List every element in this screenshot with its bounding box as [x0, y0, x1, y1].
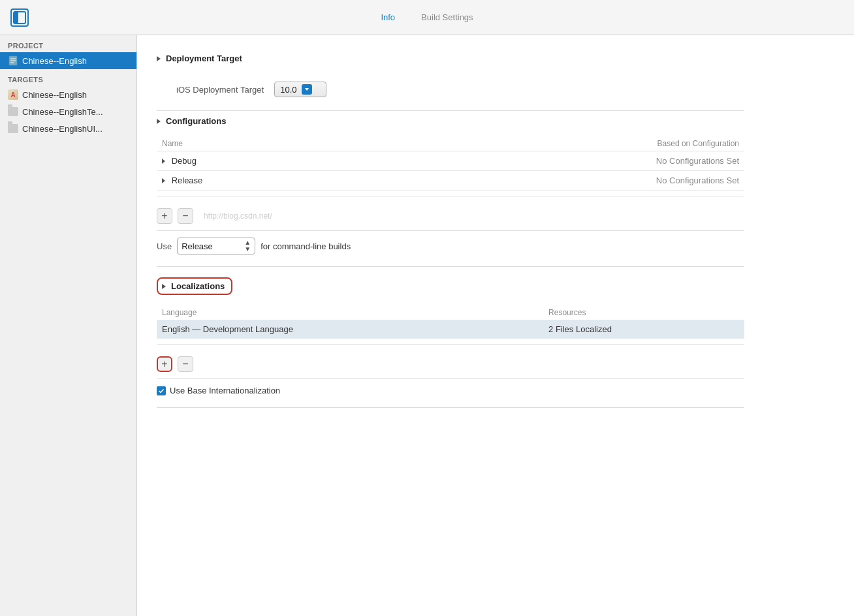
configurations-header: Configurations: [157, 116, 744, 126]
target-ui-label: Chinese--EnglishUI...: [22, 124, 103, 134]
sidebar-item-target-app[interactable]: A Chinese--English: [0, 86, 136, 103]
target-app-label: Chinese--English: [22, 90, 87, 100]
svg-rect-1: [14, 12, 18, 23]
collapse-triangle-configurations[interactable]: [157, 119, 161, 124]
row-expand-triangle: [162, 178, 165, 183]
sidebar-item-project[interactable]: Chinese--English: [0, 52, 136, 69]
base-internationalization-label: Use Base Internationalization: [170, 386, 280, 395]
loc-col-language: Language: [157, 305, 543, 320]
config-col-name: Name: [157, 136, 364, 151]
ios-deployment-select[interactable]: 10.0: [274, 82, 326, 97]
config-col-based-on: Based on Configuration: [364, 136, 744, 151]
sidebar-toggle-button[interactable]: [10, 8, 29, 27]
localizations-title: Localizations: [171, 281, 225, 291]
config-debug-name: Debug: [157, 151, 364, 171]
use-label: Use: [157, 241, 172, 251]
main-layout: PROJECT Chinese--English TARGETS A Chine…: [0, 35, 854, 616]
deployment-target-header: Deployment Target: [157, 54, 744, 63]
collapse-triangle-localizations[interactable]: [162, 284, 166, 289]
config-release-name: Release: [157, 171, 364, 191]
loc-remove-button[interactable]: −: [178, 356, 193, 372]
sidebar: PROJECT Chinese--English TARGETS A Chine…: [0, 35, 137, 616]
table-row[interactable]: Debug No Configurations Set: [157, 151, 744, 171]
toolbar: Info Build Settings: [0, 0, 854, 35]
tab-build-settings[interactable]: Build Settings: [421, 10, 473, 25]
tab-info[interactable]: Info: [381, 10, 395, 25]
divider-5: [157, 407, 744, 408]
base-internationalization-row: Use Base Internationalization: [157, 379, 744, 402]
config-debug-based-on: No Configurations Set: [364, 151, 744, 171]
config-release-based-on: No Configurations Set: [364, 171, 744, 191]
localizations-table: Language Resources English — Development…: [157, 305, 744, 339]
localizations-header: Localizations: [157, 277, 232, 295]
targets-section-label: TARGETS: [0, 69, 136, 86]
loc-add-button[interactable]: +: [157, 356, 172, 372]
for-builds-label: for command-line builds: [261, 241, 351, 251]
configurations-table: Name Based on Configuration Debug No Con…: [157, 136, 744, 191]
config-remove-button[interactable]: −: [178, 208, 193, 224]
sidebar-project-label: Chinese--English: [22, 56, 87, 66]
loc-english-resources: 2 Files Localized: [543, 320, 744, 339]
test-target-icon: [8, 106, 18, 117]
svg-marker-6: [305, 88, 309, 91]
divider-3: [157, 266, 744, 267]
deployment-target-row: iOS Deployment Target 10.0: [157, 74, 744, 105]
loc-english-language: English — Development Language: [157, 320, 543, 339]
project-icon: [8, 55, 18, 66]
use-release-row: Use Release ▲ ▼ for command-line builds: [157, 231, 744, 261]
divider-2: [157, 196, 744, 196]
tab-bar: Info Build Settings: [381, 10, 473, 25]
ui-target-icon: [8, 123, 18, 134]
table-row[interactable]: English — Development Language 2 Files L…: [157, 320, 744, 339]
content-area: Deployment Target iOS Deployment Target …: [137, 35, 854, 616]
ios-deployment-label: iOS Deployment Target: [176, 85, 264, 95]
ios-deployment-value: 10.0: [280, 85, 296, 95]
divider-4: [157, 344, 744, 345]
collapse-triangle-deployment[interactable]: [157, 56, 161, 61]
use-release-value: Release: [182, 241, 242, 251]
project-section-label: PROJECT: [0, 35, 136, 52]
sidebar-item-target-ui[interactable]: Chinese--EnglishUI...: [0, 120, 136, 137]
watermark: http://blog.csdn.net/: [204, 211, 272, 221]
config-add-button[interactable]: +: [157, 208, 172, 224]
configurations-controls: + − http://blog.csdn.net/: [157, 202, 744, 231]
target-test-label: Chinese--EnglishTe...: [22, 107, 103, 117]
deployment-select-arrow-icon: [302, 84, 312, 95]
localizations-controls: + −: [157, 350, 744, 379]
use-release-select[interactable]: Release ▲ ▼: [177, 238, 255, 254]
sidebar-item-target-test[interactable]: Chinese--EnglishTe...: [0, 103, 136, 120]
app-target-icon: A: [8, 89, 18, 100]
table-row[interactable]: Release No Configurations Set: [157, 171, 744, 191]
loc-col-resources: Resources: [543, 305, 744, 320]
divider-1: [157, 110, 744, 111]
configurations-title: Configurations: [166, 116, 226, 126]
deployment-target-title: Deployment Target: [166, 54, 242, 63]
use-select-stepper-icon: ▲ ▼: [244, 239, 251, 253]
row-expand-triangle: [162, 159, 165, 164]
base-internationalization-checkbox[interactable]: [157, 386, 166, 395]
